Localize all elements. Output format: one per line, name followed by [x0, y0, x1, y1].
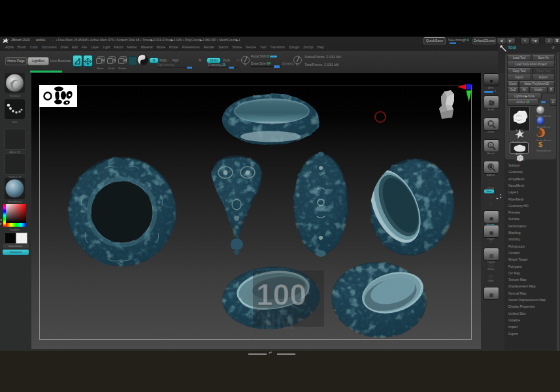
svg-text:100: 100: [256, 278, 306, 312]
svg-text:S: S: [113, 58, 116, 62]
svg-text:NM: NM: [260, 309, 295, 334]
svg-text:1: 1: [490, 144, 492, 148]
svg-text:R: R: [124, 58, 127, 62]
svg-text:D: D: [296, 62, 299, 66]
svg-text:M: M: [102, 58, 105, 62]
